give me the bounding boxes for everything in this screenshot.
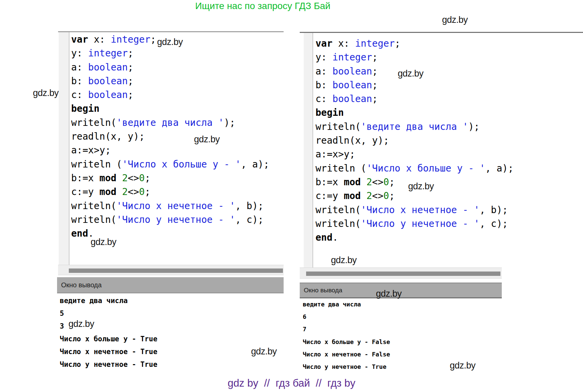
output-window-title-right: Окно вывода — [304, 287, 342, 294]
h-scrollbar-left[interactable] — [58, 265, 284, 275]
code-line: writeln('ведите два числа '); — [71, 116, 269, 130]
code-line: var x: integer; — [315, 37, 514, 50]
code-line: readln(x, y); — [71, 130, 269, 143]
code-line: writeln('Число y нечетное - ', c); — [71, 213, 269, 227]
output-window-titlebar-left[interactable]: Окно вывода — [57, 277, 284, 293]
code-line: a:=x>y; — [315, 147, 514, 161]
gdz-watermark: gdz.by — [408, 181, 434, 192]
output-window-title-left: Окно вывода — [61, 281, 102, 289]
editor-gutter-left — [59, 32, 69, 265]
code-line: a:=x>y; — [71, 143, 269, 157]
h-scrollbar-thumb-right[interactable] — [306, 272, 500, 276]
h-scrollbar-right[interactable] — [300, 267, 502, 279]
output-line: 6 — [303, 310, 390, 323]
code-line: writeln('Число y нечетное - ', c); — [315, 217, 514, 231]
gdz-watermark: gdz.by — [442, 15, 468, 25]
output-area-left[interactable]: ведите два числа53Число x больше y - Tru… — [60, 294, 157, 371]
footer-watermark-text: gdz by // гдз бай // гдз by — [0, 377, 583, 389]
output-line: Число y нечетное - True — [60, 358, 157, 371]
gdz-watermark: gdz.by — [68, 319, 94, 329]
promo-title: Ищите нас по запросу ГДЗ Бай — [0, 1, 526, 11]
gdz-watermark: gdz.by — [91, 237, 116, 247]
code-line: b:=x mod 2<>0; — [71, 171, 269, 185]
output-line: ведите два числа — [303, 298, 390, 310]
output-line: 7 — [303, 323, 390, 335]
code-line: writeln ('Число x больше y - ', a); — [315, 161, 514, 175]
code-line: a: boolean; — [71, 60, 269, 74]
code-line: b: boolean; — [71, 74, 269, 88]
output-area-right[interactable]: ведите два числа67Число x больше y - Fal… — [303, 298, 390, 373]
code-line: begin — [71, 102, 269, 115]
code-line: writeln ('Число x больше y - ', a); — [71, 157, 269, 171]
code-editor-left[interactable]: var x: integer;y: integer;a: boolean;b: … — [58, 31, 284, 265]
gdz-watermark: gdz.by — [331, 255, 357, 265]
code-line: writeln('Число x нечетное - ', b); — [315, 203, 514, 217]
page: Ищите нас по запросу ГДЗ Бай var x: inte… — [0, 0, 583, 392]
code-line: writeln('Число x нечетное - ', b); — [71, 199, 269, 213]
code-line: c: boolean; — [71, 88, 269, 102]
output-line: Число x нечетное - True — [60, 345, 157, 358]
gdz-watermark: gdz.by — [157, 37, 183, 47]
code-line: writeln('ведите два числа '); — [315, 120, 514, 134]
output-line: Число x нечетное - False — [303, 348, 390, 360]
output-line: Число x больше y - True — [60, 333, 157, 345]
code-editor-right[interactable]: var x: integer;y: integer;a: boolean;b: … — [300, 32, 583, 268]
gdz-watermark: gdz.by — [376, 289, 402, 299]
code-line: b: boolean; — [315, 78, 514, 92]
gdz-watermark: gdz.by — [251, 346, 277, 357]
code-line: begin — [315, 106, 514, 119]
code-line: end. — [315, 231, 514, 244]
gdz-watermark: gdz.by — [450, 360, 476, 371]
code-line: c: boolean; — [315, 92, 514, 106]
code-line: y: integer; — [315, 50, 514, 64]
gdz-watermark: gdz.by — [33, 88, 59, 98]
output-line: 5 — [60, 307, 157, 320]
code-area-right[interactable]: var x: integer;y: integer;a: boolean;b: … — [315, 37, 514, 244]
gdz-watermark: gdz.by — [194, 134, 220, 145]
output-line: ведите два числа — [60, 294, 157, 307]
editor-gutter-right — [304, 33, 313, 268]
code-area-left[interactable]: var x: integer;y: integer;a: boolean;b: … — [71, 33, 269, 240]
h-scrollbar-thumb-left[interactable] — [69, 268, 283, 273]
output-line: Число y нечетное - True — [303, 360, 390, 373]
code-line: readln(x, y); — [315, 134, 514, 147]
code-line: y: integer; — [71, 46, 269, 60]
output-line: Число x больше y - False — [303, 336, 390, 348]
code-line: c:=y mod 2<>0; — [71, 185, 269, 199]
gdz-watermark: gdz.by — [398, 68, 424, 79]
